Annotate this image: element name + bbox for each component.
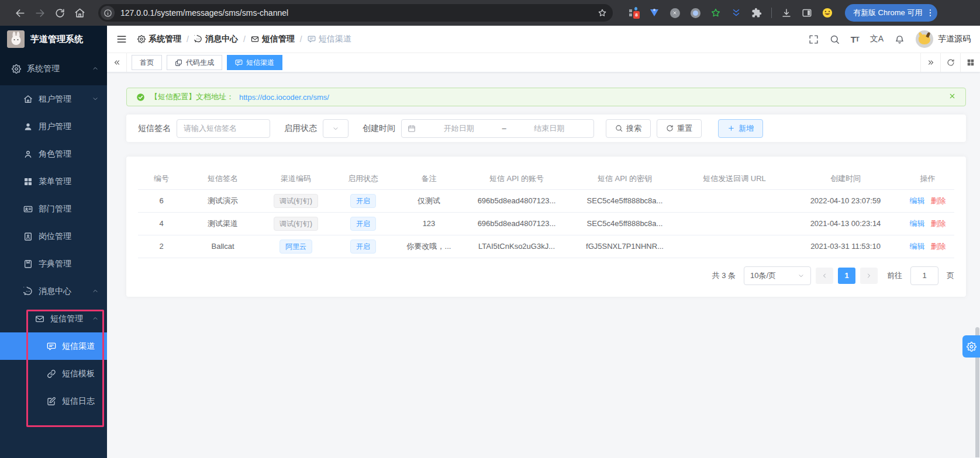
language-icon[interactable]: 文A: [870, 34, 884, 44]
address-bar[interactable]: 127.0.0.1/system/messages/sms/sms-channe…: [98, 4, 613, 22]
extension-chevrons-icon[interactable]: [730, 7, 742, 19]
reload-icon[interactable]: [53, 6, 67, 20]
sidebar-item-post[interactable]: 岗位管理: [0, 223, 107, 250]
font-size-icon[interactable]: TT: [851, 34, 859, 44]
sidebar-item-dept[interactable]: 部门管理: [0, 195, 107, 223]
sidebar-item-message-center[interactable]: 消息中心: [0, 277, 107, 305]
tab-code-gen[interactable]: 代码生成: [167, 55, 222, 70]
bookmark-star-icon[interactable]: [598, 8, 607, 18]
page-size-select[interactable]: 10条/页: [744, 266, 811, 285]
emoji-extension-icon[interactable]: [822, 7, 833, 19]
sidebar-item-dict[interactable]: 字典管理: [0, 250, 107, 277]
collapse-sidebar-icon[interactable]: [116, 34, 127, 44]
fullscreen-icon[interactable]: [809, 34, 819, 44]
sign-input[interactable]: [177, 120, 270, 137]
url-text[interactable]: 127.0.0.1/system/messages/sms/sms-channe…: [120, 8, 592, 18]
edit-link[interactable]: 编辑: [910, 219, 925, 228]
cell-actions: 编辑删除: [901, 235, 954, 258]
sidebar-item-sms-log[interactable]: 短信日志: [0, 387, 107, 415]
sidebar-item-sms-channel[interactable]: 短信渠道: [0, 332, 107, 360]
edit-icon: [47, 397, 56, 406]
reset-button[interactable]: 重置: [657, 119, 702, 138]
table-row: 6 测试演示 调试(钉钉) 开启 仅测试 696b5d8ead4807123..…: [138, 189, 954, 212]
sidebar-item-label: 消息中心: [39, 286, 71, 297]
tabs-layout-icon[interactable]: [960, 53, 980, 72]
browser-toolbar: 127.0.0.1/system/messages/sms/sms-channe…: [0, 0, 980, 26]
date-range-picker[interactable]: 开始日期 – 结束日期: [401, 119, 594, 138]
breadcrumb-label: 消息中心: [205, 34, 238, 44]
user-menu[interactable]: 芋道源码: [916, 30, 971, 48]
total-count: 共 3 条: [712, 270, 736, 281]
chat-icon: [235, 59, 243, 67]
pagination: 共 3 条 10条/页 1 前往 页: [138, 266, 954, 285]
extension-star-icon[interactable]: [710, 7, 722, 19]
cell-api-key: 696b5d8ead4807123...: [463, 189, 571, 212]
goto-input-wrap: [910, 266, 938, 285]
sidebar-item-label: 短信模板: [62, 369, 95, 379]
sidebar-item-sms-template[interactable]: 短信模板: [0, 360, 107, 387]
breadcrumb-separator: /: [187, 34, 189, 44]
cell-sign: Ballcat: [185, 235, 261, 258]
app-logo[interactable]: 芋道管理系统: [0, 26, 107, 53]
sidebar-item-system[interactable]: 系统管理: [0, 53, 107, 85]
col-sign: 短信签名: [185, 168, 261, 189]
delete-link[interactable]: 删除: [931, 242, 946, 251]
extension-balloon-icon[interactable]: [648, 7, 660, 19]
breadcrumb-item-sms-management[interactable]: 短信管理: [251, 34, 295, 44]
tabs-refresh-icon[interactable]: [940, 53, 960, 72]
next-page-button[interactable]: [860, 268, 878, 284]
search-button[interactable]: 搜索: [606, 119, 651, 138]
tabs-scroll-right-icon[interactable]: [920, 53, 940, 72]
delete-link[interactable]: 删除: [931, 219, 946, 228]
downloads-icon[interactable]: [781, 7, 792, 19]
alert-close-icon[interactable]: [948, 92, 956, 102]
sidebar-item-role[interactable]: 角色管理: [0, 140, 107, 168]
cell-status: 开启: [331, 212, 395, 235]
current-page-button[interactable]: 1: [838, 268, 855, 284]
user-outline-icon: [23, 150, 33, 159]
tab-sms-channel[interactable]: 短信渠道: [227, 55, 282, 70]
start-date-placeholder[interactable]: 开始日期: [420, 123, 497, 134]
sidebar-item-menu[interactable]: 菜单管理: [0, 168, 107, 195]
tabs-scroll-left-icon[interactable]: [107, 53, 127, 72]
breadcrumb-item-system[interactable]: 系统管理: [137, 34, 181, 44]
extension-circle-icon[interactable]: [689, 7, 701, 19]
settings-drawer-button[interactable]: [962, 335, 980, 358]
status-select[interactable]: [323, 119, 348, 138]
home-icon: [23, 95, 33, 104]
cell-sign: 测试演示: [185, 189, 261, 212]
col-api-key: 短信 API 的账号: [463, 168, 571, 189]
sidebar-item-user[interactable]: 用户管理: [0, 113, 107, 140]
extensions-puzzle-icon[interactable]: [751, 7, 762, 19]
forward-icon[interactable]: [33, 6, 47, 20]
tab-label: 短信渠道: [246, 58, 274, 68]
col-id: 编号: [138, 168, 185, 189]
add-button[interactable]: 新增: [718, 119, 763, 138]
goto-page-input[interactable]: [911, 267, 938, 284]
edit-link[interactable]: 编辑: [910, 196, 925, 205]
tab-home[interactable]: 首页: [132, 55, 162, 70]
mail-icon: [35, 314, 44, 324]
prev-page-button[interactable]: [816, 268, 833, 284]
grid-icon: [23, 177, 33, 186]
table-row: 4 测试渠道 调试(钉钉) 开启 123 696b5d8ead4807123..…: [138, 212, 954, 235]
edit-link[interactable]: 编辑: [910, 242, 925, 251]
home-icon[interactable]: [73, 6, 87, 20]
doc-link[interactable]: https://doc.iocoder.cn/sms/: [239, 93, 329, 102]
side-panel-icon[interactable]: [801, 7, 813, 19]
cell-channel: 调试(钉钉): [261, 212, 331, 235]
back-icon[interactable]: [13, 6, 27, 20]
notification-bell-icon[interactable]: [895, 34, 905, 44]
browser-menu-icon[interactable]: [926, 8, 935, 18]
breadcrumb-item-message-center[interactable]: 消息中心: [194, 34, 238, 44]
search-icon[interactable]: [830, 34, 840, 44]
end-date-placeholder[interactable]: 结束日期: [511, 123, 588, 134]
sidebar-item-tenant[interactable]: 租户管理: [0, 85, 107, 113]
site-info-icon[interactable]: [101, 6, 115, 20]
extension-asterisk-icon[interactable]: [669, 7, 681, 19]
channel-tag: 阿里云: [279, 240, 312, 254]
sidebar-item-sms-management[interactable]: 短信管理: [0, 305, 107, 332]
extension-grid-icon[interactable]: 8: [628, 7, 640, 19]
chrome-update-button[interactable]: 有新版 Chrome 可用: [845, 4, 937, 22]
delete-link[interactable]: 删除: [931, 196, 946, 205]
